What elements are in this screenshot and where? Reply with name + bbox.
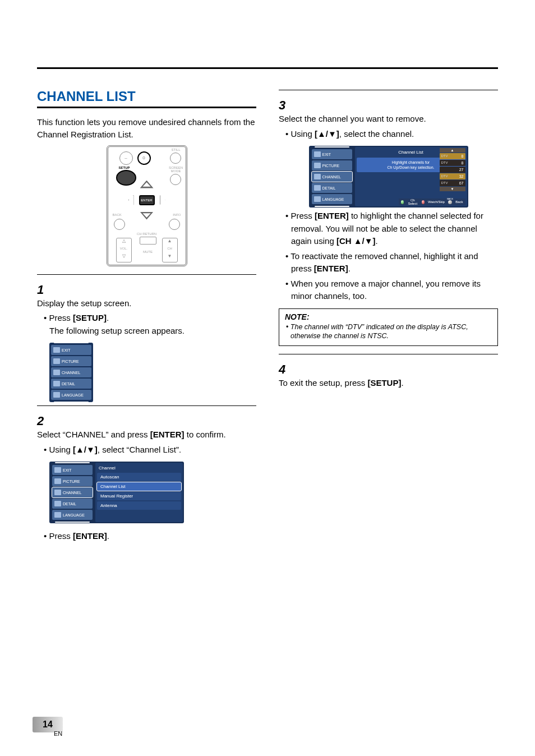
item-autoscan: Autoscan xyxy=(97,473,181,481)
step-3-bullet-b: To reactivate the removed channel, highl… xyxy=(279,250,498,275)
text: Using xyxy=(290,129,315,139)
channel-column: ▲ DTV8 DTV8 27 DTV32 DTV67 ▼ xyxy=(440,148,465,197)
language-icon xyxy=(53,392,60,398)
menu-detail: DETAIL xyxy=(52,499,93,509)
ch-label: CH xyxy=(163,247,177,250)
picture-icon xyxy=(314,163,321,168)
setup-menu: EXIT PICTURE CHANNEL DETAIL LANGUAGE xyxy=(50,463,94,522)
text: . xyxy=(107,531,109,541)
step-number: 2 xyxy=(37,414,49,428)
channel-row: DTV32 xyxy=(440,173,465,179)
hint-line-2: Ch Up/Down key selection. xyxy=(387,165,434,169)
screen-mode-label: SCREEN MODE xyxy=(168,166,185,173)
osd-setup-menu: EXIT PICTURE CHANNEL DETAIL LANGUAGE xyxy=(37,343,256,402)
ch-type: DTV xyxy=(441,181,448,185)
ch-num: 8 xyxy=(462,154,464,158)
label: PICTURE xyxy=(62,359,79,363)
language-icon xyxy=(314,196,321,202)
step-3: 3 Select the channel you want to remove. xyxy=(279,98,498,126)
right-column: 3 Select the channel you want to remove.… xyxy=(279,89,498,543)
label: LANGUAGE xyxy=(322,197,344,201)
nav-cluster: ENTER xyxy=(127,181,167,220)
info-label: INFO xyxy=(173,213,181,216)
label: PICTURE xyxy=(63,480,80,483)
section-title: CHANNEL LIST xyxy=(37,89,256,108)
channel-row: DTV8 xyxy=(440,153,465,159)
detail-icon xyxy=(54,501,61,506)
setup-key: [SETUP] xyxy=(73,313,107,322)
detail-icon xyxy=(314,185,321,191)
label: DETAIL xyxy=(62,382,75,386)
menu-picture: PICTURE xyxy=(52,476,93,486)
footer-back: Back xyxy=(455,200,463,204)
language-icon xyxy=(54,512,61,518)
mute-label: MUTE xyxy=(140,250,156,253)
osd-channel-list: EXIT PICTURE CHANNEL DETAIL LANGUAGE Cha… xyxy=(279,146,498,208)
step-number: 3 xyxy=(279,98,291,113)
separator xyxy=(279,354,498,354)
ch-num: 27 xyxy=(459,168,464,172)
right-arrow-icon xyxy=(160,195,165,205)
hint-line-1: Highlight channels for xyxy=(392,160,430,164)
remote-illustration-wrap: – 0 STILL SCREEN MODE SETUP ENTER BAC xyxy=(37,145,256,269)
label: PICTURE xyxy=(322,164,340,168)
osd-footer: Ch Select Watch/Skip BACK Back xyxy=(399,199,465,205)
menu-language: LANGUAGE xyxy=(52,510,93,520)
detail-icon xyxy=(53,381,60,386)
vol-label: VOL. xyxy=(117,247,131,250)
channel-icon xyxy=(54,490,61,495)
label: DETAIL xyxy=(322,186,336,190)
ch-type: DTV xyxy=(441,154,448,158)
page-content: CHANNEL LIST This function lets you remo… xyxy=(37,89,498,543)
ch-num: 8 xyxy=(462,161,464,165)
text: Using xyxy=(49,445,73,454)
picture-icon xyxy=(53,358,60,364)
grey-dot-icon xyxy=(448,200,452,204)
step-2: 2 Select “CHANNEL” and press [ENTER] to … xyxy=(37,414,256,441)
enter-key: [ENTER] xyxy=(150,430,185,439)
step-4: 4 To exit the setup, press [SETUP]. xyxy=(279,362,498,390)
ch-type: DTV xyxy=(441,174,448,178)
channel-icon xyxy=(53,370,60,375)
menu-detail: DETAIL xyxy=(312,183,352,193)
page-footer: 14 EN xyxy=(33,717,63,737)
text: , select “Channel List”. xyxy=(98,445,181,454)
channel-submenu: Channel Autoscan Channel List Manual Reg… xyxy=(95,463,183,522)
vol-rocker: △ VOL. ▽ xyxy=(116,238,132,262)
text: to confirm. xyxy=(185,430,226,439)
label: LANGUAGE xyxy=(62,393,84,397)
text: Press xyxy=(49,313,73,322)
intro-text: This function lets you remove undesired … xyxy=(37,116,256,141)
step-3-bullet-c: When you remove a major channel, you rem… xyxy=(279,278,498,303)
step-2-bullet-2: Press [ENTER]. xyxy=(37,530,256,543)
red-dot-icon xyxy=(422,200,425,204)
separator xyxy=(37,274,256,275)
footer-watch: Watch/Skip xyxy=(428,200,445,204)
ch-keys: [CH ▲/▼] xyxy=(336,236,376,246)
label: CHANNEL xyxy=(63,491,81,495)
label: EXIT xyxy=(63,468,72,472)
arrow-keys: [▲/▼] xyxy=(73,445,98,454)
back-button xyxy=(114,219,125,230)
label: EXIT xyxy=(322,153,331,156)
item-antenna: Antenna xyxy=(97,501,181,510)
channel-osd: EXIT PICTURE CHANNEL DETAIL LANGUAGE Cha… xyxy=(49,462,184,523)
menu-language: LANGUAGE xyxy=(51,390,91,400)
label: LANGUAGE xyxy=(63,513,85,517)
green-dot-icon xyxy=(401,200,404,204)
enter-key: [ENTER] xyxy=(73,531,107,541)
menu-language: LANGUAGE xyxy=(312,194,352,204)
scroll-down-icon: ▼ xyxy=(440,187,465,191)
text: , select the channel. xyxy=(339,129,414,139)
ch-rocker: ▲ CH ▼ xyxy=(162,238,178,262)
step-3-bullet-a: Press [ENTER] to highlight the channel s… xyxy=(279,210,498,248)
item-channel-list: Channel List xyxy=(97,482,181,491)
channel-list-panel: Channel List Highlight channels for Ch U… xyxy=(355,147,467,206)
step-text: To exit the setup, press [SETUP]. xyxy=(279,377,483,390)
step-number: 4 xyxy=(279,362,291,377)
setup-menu: EXIT PICTURE CHANNEL DETAIL LANGUAGE xyxy=(310,147,354,206)
exit-icon xyxy=(53,347,60,353)
label: DETAIL xyxy=(63,502,76,506)
osd-channel-menu: EXIT PICTURE CHANNEL DETAIL LANGUAGE Cha… xyxy=(37,462,256,523)
back-label: BACK xyxy=(113,213,122,216)
